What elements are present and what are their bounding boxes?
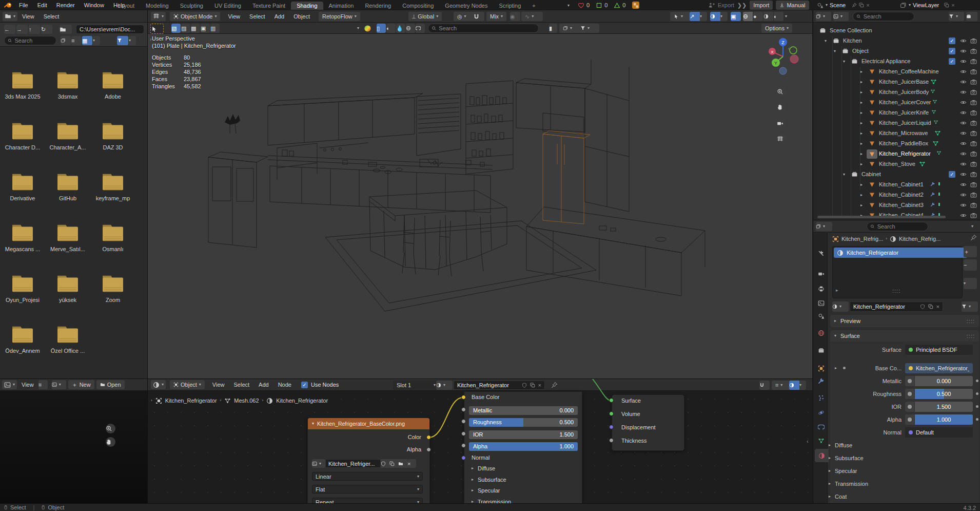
- decorator-knob[interactable]: [905, 414, 914, 425]
- animate-dot[interactable]: [976, 405, 978, 408]
- proportional-edit-toggle[interactable]: ◉: [510, 12, 520, 21]
- outliner-row-object-item[interactable]: ▸ Kitchen_JuicerBase: [813, 77, 980, 87]
- folder-item[interactable]: Derivative: [0, 172, 45, 201]
- folder-item[interactable]: DAZ 3D: [90, 121, 135, 150]
- outliner-row-object-item[interactable]: ▸ Kitchen_Stove: [813, 159, 980, 169]
- chevron-down-icon[interactable]: ▾: [825, 39, 827, 43]
- tab-geometry-nodes[interactable]: Geometry Nodes: [439, 2, 493, 10]
- chevron-right-icon[interactable]: ▸: [860, 193, 863, 197]
- outliner-display-mode-dropdown[interactable]: ▾: [816, 12, 831, 21]
- outliner-row-scene-collection[interactable]: Scene Collection: [813, 26, 980, 36]
- fake-user-shield-button[interactable]: [381, 459, 389, 468]
- eye-icon[interactable]: [960, 58, 967, 65]
- overlays-dropdown[interactable]: ▾: [789, 381, 806, 390]
- new-folder-button[interactable]: [60, 25, 72, 34]
- folder-item[interactable]: Megascans ...: [0, 223, 45, 252]
- select-mode-new-button[interactable]: ▧: [171, 24, 181, 33]
- tab-output[interactable]: [815, 282, 827, 295]
- animate-dot[interactable]: [976, 380, 978, 382]
- material-name-field[interactable]: Kitchen_Refrigerator ×: [850, 301, 943, 312]
- folder-item[interactable]: Oyun_Projesi: [0, 274, 45, 303]
- breadcrumb-material[interactable]: Kitchen_Refrig...: [899, 236, 940, 242]
- refresh-button[interactable]: ↻: [41, 25, 52, 34]
- projection-dropdown[interactable]: Flat▾: [312, 485, 423, 494]
- eye-icon[interactable]: [960, 130, 967, 137]
- editor-type-button[interactable]: ▾: [2, 380, 17, 389]
- shading-material-button[interactable]: [763, 12, 773, 21]
- folder-item[interactable]: Ödev_Annem: [0, 325, 45, 354]
- editor-type-button[interactable]: ▾: [151, 380, 166, 389]
- tab-layout[interactable]: Layout: [112, 2, 140, 10]
- folder-item[interactable]: yüksek: [45, 274, 90, 303]
- eye-icon[interactable]: [960, 161, 967, 167]
- eye-icon[interactable]: [960, 68, 967, 75]
- tab-texture-paint[interactable]: Texture Paint: [247, 2, 291, 10]
- subpanel-specular[interactable]: ▸Specular: [829, 468, 857, 474]
- camera-icon[interactable]: [970, 192, 977, 198]
- normal-input-socket[interactable]: [461, 456, 466, 460]
- options-dropdown[interactable]: Options▾: [761, 24, 792, 33]
- tab-modeling[interactable]: Modeling: [140, 2, 174, 10]
- decorator-knob[interactable]: [905, 376, 914, 386]
- base-color-input-socket[interactable]: [461, 395, 466, 400]
- zoom-button[interactable]: [106, 424, 115, 433]
- chevron-right-icon[interactable]: ▸: [860, 152, 863, 156]
- eye-icon[interactable]: [960, 212, 967, 219]
- chevron-right-icon[interactable]: ▸: [860, 90, 863, 94]
- import-button[interactable]: Import: [750, 1, 773, 10]
- shading-solid-button[interactable]: ●: [753, 12, 763, 21]
- editor-type-button[interactable]: ▾: [151, 12, 166, 21]
- xray-toggle[interactable]: ▣: [731, 12, 741, 21]
- navigation-gizmo[interactable]: Z X Y: [763, 36, 802, 75]
- image-editor-canvas[interactable]: [0, 391, 147, 504]
- eye-icon[interactable]: [960, 192, 967, 198]
- filter-toggle-button[interactable]: [117, 36, 128, 45]
- sphere-preview-button[interactable]: ◐: [386, 24, 396, 33]
- workspace-chevron-icon[interactable]: ▾: [567, 4, 570, 8]
- shading-rendered-button[interactable]: ◐: [774, 12, 783, 21]
- select-mode-invert-button[interactable]: ▣: [201, 24, 210, 33]
- browse-image-dropdown[interactable]: ▾: [312, 459, 325, 468]
- alpha-slider[interactable]: 1.000: [915, 414, 973, 425]
- menu-view[interactable]: View: [208, 382, 229, 388]
- perspective-toggle-button[interactable]: [777, 134, 787, 144]
- list-resize-grip[interactable]: ::::: [892, 288, 900, 294]
- animate-dot[interactable]: [976, 418, 978, 421]
- outliner-row-object-item[interactable]: ▸ Kitchen_JuicerLiquid: [813, 118, 980, 128]
- outliner-row-object-item[interactable]: ▸ Kitchen_JuicerCover: [813, 98, 980, 108]
- breadcrumb-object[interactable]: Kitchen_Refrig...: [841, 236, 883, 242]
- folder-item[interactable]: 3ds Max 2025: [0, 70, 45, 100]
- chevron-right-icon[interactable]: ▸: [860, 131, 863, 136]
- up-button[interactable]: ↑: [29, 25, 40, 34]
- chevron-right-icon[interactable]: ▸: [860, 162, 863, 166]
- camera-icon[interactable]: [970, 89, 977, 96]
- camera-icon[interactable]: [970, 212, 977, 219]
- slot-icon-button[interactable]: ▮: [549, 24, 557, 33]
- outliner-row-electrical-appliance[interactable]: ▾ Electrical Appliance ✓: [813, 56, 980, 67]
- pin-icon[interactable]: [551, 382, 558, 388]
- roughness-slider[interactable]: 0.500: [915, 389, 973, 399]
- blender-logo-icon[interactable]: [4, 2, 12, 9]
- horizontal-scrollbar[interactable]: [817, 216, 946, 218]
- copy-icon[interactable]: [944, 3, 949, 8]
- chevron-down-icon[interactable]: ▾: [834, 49, 836, 53]
- subpanel-coat[interactable]: ▸Coat: [829, 494, 847, 500]
- filter-chevron[interactable]: ▾: [129, 36, 136, 45]
- unlink-button[interactable]: ×: [407, 459, 416, 468]
- camera-view-button[interactable]: [777, 118, 787, 128]
- outliner-row-object-item[interactable]: ▸ Kitchen_Cabinet1: [813, 180, 980, 190]
- active-tool-button[interactable]: [150, 24, 164, 34]
- camera-icon[interactable]: [970, 150, 977, 157]
- material-output-node[interactable]: Surface Volume Displacement Thickness: [612, 394, 684, 451]
- outliner-row-object-item[interactable]: ▸ Kitchen_PaddleBox: [813, 139, 980, 149]
- copy-icon[interactable]: [859, 3, 864, 8]
- camera-icon[interactable]: [970, 68, 977, 75]
- fake-user-shield-icon[interactable]: [522, 383, 527, 388]
- world-button[interactable]: [406, 24, 415, 33]
- camera-icon[interactable]: [970, 171, 977, 178]
- camera-icon[interactable]: [970, 48, 977, 54]
- subpanel-diffuse[interactable]: ▸Diffuse: [829, 442, 852, 448]
- forward-button[interactable]: →: [16, 25, 28, 34]
- open-image-button[interactable]: [398, 459, 407, 468]
- tab-view-layer[interactable]: [815, 297, 827, 309]
